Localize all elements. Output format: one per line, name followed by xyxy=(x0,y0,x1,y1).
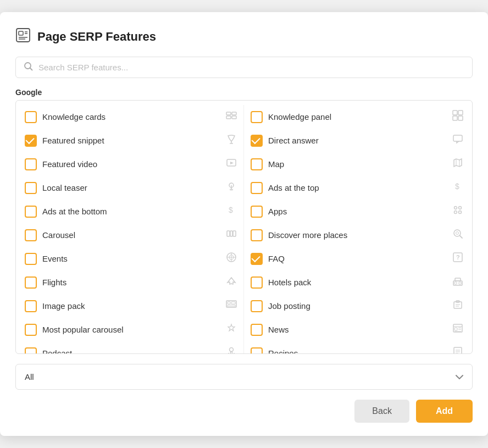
feature-icon-carousel xyxy=(226,228,237,242)
checkbox-featured-snippet[interactable] xyxy=(25,135,37,147)
checkbox-map[interactable] xyxy=(251,158,263,170)
checkbox-knowledge-cards[interactable] xyxy=(25,111,37,123)
feature-icon-local-teaser xyxy=(226,181,237,195)
checkbox-ads-at-the-bottom[interactable] xyxy=(25,206,37,218)
svg-rect-13 xyxy=(458,110,463,115)
checkbox-knowledge-panel[interactable] xyxy=(251,111,263,123)
svg-point-29 xyxy=(454,211,457,214)
svg-rect-11 xyxy=(232,116,236,119)
svg-rect-18 xyxy=(453,135,462,141)
feature-item-job-posting[interactable]: Job posting xyxy=(244,294,470,318)
svg-rect-8 xyxy=(226,112,231,115)
checkbox-events[interactable] xyxy=(25,253,37,265)
checkbox-job-posting[interactable] xyxy=(251,300,263,312)
features-grid: Knowledge cards Knowledge panel Featured… xyxy=(18,105,470,353)
svg-point-35 xyxy=(456,232,459,235)
svg-marker-54 xyxy=(228,324,235,331)
checkbox-carousel[interactable] xyxy=(25,229,37,241)
svg-rect-44 xyxy=(454,282,457,284)
svg-rect-57 xyxy=(454,328,457,330)
svg-line-7 xyxy=(30,68,32,70)
checkbox-news[interactable] xyxy=(251,324,263,336)
feature-label-job-posting: Job posting xyxy=(268,301,447,311)
footer-select-wrap: AllCheckedUnchecked xyxy=(15,364,473,390)
svg-rect-62 xyxy=(231,352,232,354)
feature-icon-flights xyxy=(226,275,237,289)
search-bar xyxy=(15,57,473,78)
svg-point-30 xyxy=(459,211,462,214)
feature-label-carousel: Carousel xyxy=(42,230,220,240)
feature-icon-knowledge-panel xyxy=(452,110,463,124)
section-label: Google xyxy=(15,88,473,97)
checkbox-podcast[interactable] xyxy=(25,347,37,354)
svg-point-34 xyxy=(454,230,461,236)
svg-text:$: $ xyxy=(455,182,459,191)
svg-text:?: ? xyxy=(456,254,460,261)
feature-label-hotels-pack: Hotels pack xyxy=(268,278,447,287)
add-button[interactable]: Add xyxy=(416,400,473,423)
features-scroll[interactable]: Knowledge cards Knowledge panel Featured… xyxy=(16,101,472,353)
checkbox-recipes[interactable] xyxy=(251,347,263,354)
feature-item-faq[interactable]: FAQ ? xyxy=(244,247,470,270)
feature-icon-featured-video xyxy=(226,157,237,171)
checkbox-most-popular-carousel[interactable] xyxy=(25,324,37,336)
feature-label-recipes: Recipes xyxy=(268,349,447,353)
feature-item-local-teaser[interactable]: Local teaser xyxy=(18,176,244,200)
search-input[interactable] xyxy=(38,63,464,72)
feature-item-direct-answer[interactable]: Direct answer xyxy=(244,129,470,152)
feature-item-knowledge-cards[interactable]: Knowledge cards xyxy=(18,105,244,129)
feature-label-knowledge-cards: Knowledge cards xyxy=(42,112,220,121)
feature-item-hotels-pack[interactable]: Hotels pack xyxy=(244,270,470,294)
feature-icon-discover-more-places xyxy=(452,228,463,242)
checkbox-featured-video[interactable] xyxy=(25,158,37,170)
feature-item-featured-video[interactable]: Featured video xyxy=(18,152,244,176)
feature-label-map: Map xyxy=(268,159,447,169)
svg-rect-43 xyxy=(455,278,461,281)
feature-icon-image-pack xyxy=(226,299,237,313)
feature-label-featured-video: Featured video xyxy=(42,159,220,169)
checkbox-ads-at-the-top[interactable] xyxy=(251,182,263,194)
modal-header: Page SERP Features xyxy=(15,27,473,46)
feature-label-flights: Flights xyxy=(42,278,220,287)
modal-footer: Back Add xyxy=(15,400,473,423)
feature-icon-ads-at-the-bottom: $ xyxy=(226,204,237,218)
feature-label-faq: FAQ xyxy=(268,254,447,263)
feature-icon-faq: ? xyxy=(452,252,463,266)
checkbox-hotels-pack[interactable] xyxy=(251,276,263,289)
feature-item-podcast[interactable]: Podcast xyxy=(18,341,244,353)
filter-dropdown[interactable]: AllCheckedUnchecked xyxy=(15,364,473,390)
feature-item-knowledge-panel[interactable]: Knowledge panel xyxy=(244,105,470,129)
feature-item-ads-at-the-bottom[interactable]: Ads at the bottom $ xyxy=(18,200,244,223)
feature-item-apps[interactable]: Apps xyxy=(244,200,470,223)
feature-icon-podcast xyxy=(226,346,237,353)
feature-item-flights[interactable]: Flights xyxy=(18,270,244,294)
svg-point-27 xyxy=(454,207,457,209)
checkbox-flights[interactable] xyxy=(25,276,37,289)
checkbox-local-teaser[interactable] xyxy=(25,182,37,194)
svg-rect-47 xyxy=(228,302,230,304)
back-button[interactable]: Back xyxy=(354,400,409,423)
checkbox-image-pack[interactable] xyxy=(25,300,37,312)
feature-item-carousel[interactable]: Carousel xyxy=(18,223,244,247)
feature-label-image-pack: Image pack xyxy=(42,301,220,311)
feature-label-ads-at-the-bottom: Ads at the bottom xyxy=(42,207,220,216)
svg-rect-31 xyxy=(227,231,230,236)
feature-icon-map xyxy=(452,157,463,171)
feature-item-map[interactable]: Map xyxy=(244,152,470,176)
feature-label-discover-more-places: Discover more places xyxy=(268,230,447,240)
feature-item-events[interactable]: Events xyxy=(18,247,244,270)
feature-icon-news xyxy=(452,323,463,336)
feature-item-most-popular-carousel[interactable]: Most popular carousel xyxy=(18,318,244,341)
feature-item-featured-snippet[interactable]: Featured snippet xyxy=(18,129,244,152)
feature-item-image-pack[interactable]: Image pack xyxy=(18,294,244,318)
checkbox-faq[interactable] xyxy=(251,253,263,265)
feature-item-recipes[interactable]: Recipes xyxy=(244,341,470,353)
checkbox-discover-more-places[interactable] xyxy=(251,229,263,241)
checkbox-apps[interactable] xyxy=(251,206,263,218)
feature-item-ads-at-the-top[interactable]: Ads at the top $ xyxy=(244,176,470,200)
feature-item-discover-more-places[interactable]: Discover more places xyxy=(244,223,470,247)
checkbox-direct-answer[interactable] xyxy=(251,135,263,147)
svg-rect-48 xyxy=(231,302,235,304)
feature-item-news[interactable]: News xyxy=(244,318,470,341)
feature-icon-hotels-pack xyxy=(452,275,463,289)
